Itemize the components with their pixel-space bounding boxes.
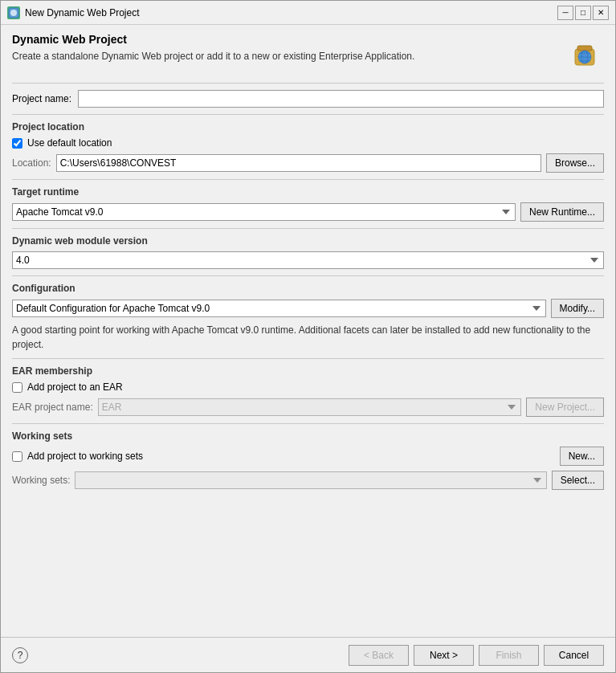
configuration-title: Configuration xyxy=(12,283,604,294)
location-label: Location: xyxy=(12,157,51,169)
location-input[interactable] xyxy=(56,154,541,172)
working-sets-row: Working sets: Select... xyxy=(12,471,604,490)
use-default-location-checkbox[interactable] xyxy=(12,138,22,149)
back-button[interactable]: < Back xyxy=(349,645,409,666)
svg-point-1 xyxy=(10,10,17,16)
header-icon xyxy=(565,33,604,71)
add-to-ear-checkbox[interactable] xyxy=(12,382,22,393)
dynamic-web-module-row: 4.0 3.1 3.0 2.5 xyxy=(12,251,604,269)
title-bar-controls: ─ □ ✕ xyxy=(557,6,609,20)
nav-buttons: < Back Next > Finish Cancel xyxy=(349,645,604,666)
title-bar-left: New Dynamic Web Project xyxy=(7,6,140,19)
add-to-working-sets-label: Add project to working sets xyxy=(27,451,143,462)
page-title: Dynamic Web Project xyxy=(12,33,414,46)
new-runtime-button[interactable]: New Runtime... xyxy=(520,202,604,222)
header-section: Dynamic Web Project Create a standalone … xyxy=(12,33,604,71)
target-runtime-title: Target runtime xyxy=(12,186,604,198)
working-sets-label: Working sets: xyxy=(12,475,70,486)
add-to-working-sets-row: Add project to working sets xyxy=(12,451,143,462)
add-to-ear-label: Add project to an EAR xyxy=(27,381,123,393)
browse-button[interactable]: Browse... xyxy=(546,153,604,173)
title-bar: New Dynamic Web Project ─ □ ✕ xyxy=(1,1,615,25)
ear-membership-title: EAR membership xyxy=(12,365,604,377)
ear-project-name-label: EAR project name: xyxy=(12,402,93,413)
close-button[interactable]: ✕ xyxy=(593,6,609,20)
ear-project-name-select[interactable]: EAR xyxy=(98,398,522,416)
globe-icon xyxy=(567,35,602,70)
separator-6 xyxy=(12,358,604,359)
window-title: New Dynamic Web Project xyxy=(25,7,140,18)
next-button[interactable]: Next > xyxy=(414,645,474,666)
project-name-row: Project name: xyxy=(12,90,604,108)
header-text: Dynamic Web Project Create a standalone … xyxy=(12,33,414,62)
separator-7 xyxy=(12,423,604,424)
page-description: Create a standalone Dynamic Web project … xyxy=(12,51,414,62)
use-default-location-row: Use default location xyxy=(12,137,604,149)
dynamic-web-module-select[interactable]: 4.0 3.1 3.0 2.5 xyxy=(12,251,604,269)
add-to-ear-row: Add project to an EAR xyxy=(12,381,604,393)
add-to-working-sets-checkbox[interactable] xyxy=(12,451,22,462)
configuration-row: Default Configuration for Apache Tomcat … xyxy=(12,299,604,318)
select-button[interactable]: Select... xyxy=(552,471,604,490)
separator-3 xyxy=(12,179,604,180)
project-location-title: Project location xyxy=(12,121,604,133)
ear-project-name-row: EAR project name: EAR New Project... xyxy=(12,398,604,417)
dialog-content: Dynamic Web Project Create a standalone … xyxy=(1,25,615,637)
new-project-button[interactable]: New Project... xyxy=(526,398,604,417)
window: New Dynamic Web Project ─ □ ✕ Dynamic We… xyxy=(0,0,616,673)
window-icon xyxy=(7,6,20,19)
target-runtime-row: Apache Tomcat v9.0 None New Runtime... xyxy=(12,202,604,222)
new-working-set-button[interactable]: New... xyxy=(560,447,604,466)
cancel-button[interactable]: Cancel xyxy=(544,645,604,666)
separator-4 xyxy=(12,228,604,229)
separator-1 xyxy=(12,83,604,84)
separator-2 xyxy=(12,114,604,115)
location-row: Location: Browse... xyxy=(12,153,604,173)
config-info-text: A good starting point for working with A… xyxy=(12,323,604,352)
use-default-location-label: Use default location xyxy=(27,137,112,149)
project-name-input[interactable] xyxy=(78,90,604,108)
working-sets-title: Working sets xyxy=(12,430,604,442)
working-sets-select[interactable] xyxy=(75,471,546,489)
dynamic-web-module-title: Dynamic web module version xyxy=(12,235,604,247)
maximize-button[interactable]: □ xyxy=(575,6,591,20)
minimize-button[interactable]: ─ xyxy=(557,6,573,20)
configuration-select[interactable]: Default Configuration for Apache Tomcat … xyxy=(12,300,546,317)
svg-rect-3 xyxy=(577,46,592,51)
help-button[interactable]: ? xyxy=(12,647,28,663)
project-name-label: Project name: xyxy=(12,93,71,104)
target-runtime-select[interactable]: Apache Tomcat v9.0 None xyxy=(12,203,516,221)
separator-5 xyxy=(12,275,604,276)
finish-button[interactable]: Finish xyxy=(479,645,539,666)
bottom-bar: ? < Back Next > Finish Cancel xyxy=(1,637,615,672)
modify-button[interactable]: Modify... xyxy=(551,299,604,318)
